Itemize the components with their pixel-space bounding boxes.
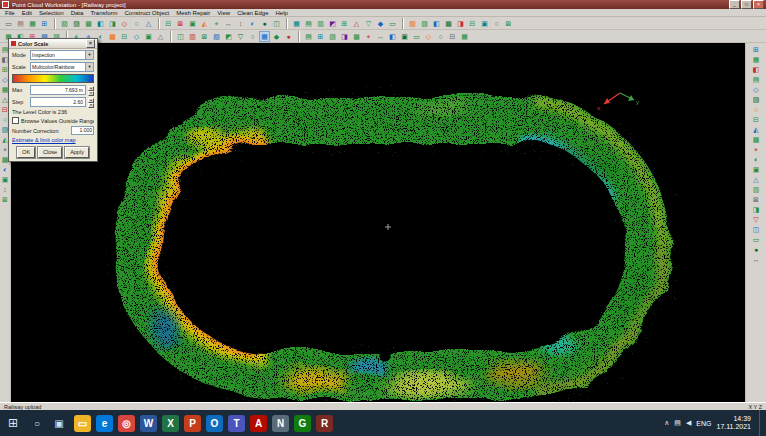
toolbar-icon[interactable]: ▦ (259, 31, 270, 42)
toolbar-icon[interactable]: △ (351, 18, 362, 29)
toolbar-icon[interactable]: ○ (435, 31, 446, 42)
taskbar-app-powerpoint[interactable]: P (184, 415, 201, 432)
max-stepper[interactable]: ▲▼ (88, 86, 94, 94)
right-toolbar-icon[interactable]: ▨ (752, 95, 761, 104)
chevron-down-icon[interactable]: ▼ (85, 63, 93, 71)
left-toolbar-icon[interactable]: ▣ (1, 175, 10, 184)
ok-button[interactable]: OK (17, 147, 35, 158)
apply-button[interactable]: Apply (65, 147, 89, 158)
volume-icon[interactable]: ◀ (686, 419, 691, 427)
search-button[interactable]: ○ (26, 410, 48, 436)
right-toolbar-icon[interactable]: ▭ (752, 235, 761, 244)
toolbar-icon[interactable]: ▥ (187, 31, 198, 42)
viewport-3d[interactable]: x y (11, 43, 745, 402)
toolbar-icon[interactable]: ⊞ (339, 18, 350, 29)
right-toolbar-icon[interactable]: ▤ (752, 75, 761, 84)
toolbar-icon[interactable]: ▣ (399, 31, 410, 42)
toolbar-icon[interactable]: ● (259, 18, 270, 29)
toolbar-icon[interactable]: ◭ (199, 18, 210, 29)
toolbar-icon[interactable]: ◐ (247, 18, 258, 29)
toolbar-icon[interactable]: ▨ (327, 31, 338, 42)
maximize-button[interactable]: □ (741, 0, 752, 9)
toolbar-icon[interactable]: ▧ (59, 18, 70, 29)
toolbar-icon[interactable]: ○ (131, 18, 142, 29)
minimize-button[interactable]: _ (729, 0, 740, 9)
toolbar-icon[interactable]: ▣ (143, 31, 154, 42)
chevron-down-icon[interactable]: ▼ (85, 51, 93, 59)
toolbar-icon[interactable]: ○ (247, 31, 258, 42)
dialog-title-bar[interactable]: Color Scale × (9, 39, 97, 49)
right-toolbar-icon[interactable]: ⊠ (752, 195, 761, 204)
right-toolbar-icon[interactable]: ○ (752, 105, 761, 114)
right-toolbar-icon[interactable]: ↔ (752, 255, 761, 264)
toolbar-icon[interactable]: ○ (491, 18, 502, 29)
toolbar-icon[interactable]: ◇ (131, 31, 142, 42)
show-desktop-button[interactable] (759, 410, 763, 436)
outside-range-checkbox[interactable] (12, 117, 19, 124)
right-toolbar-icon[interactable]: △ (752, 175, 761, 184)
clock[interactable]: 14:39 17.11.2021 (716, 415, 751, 431)
right-toolbar-icon[interactable]: ◭ (752, 125, 761, 134)
network-icon[interactable]: ▤ (674, 419, 681, 427)
taskbar-app-word[interactable]: W (140, 415, 157, 432)
toolbar-icon[interactable]: ◆ (271, 31, 282, 42)
toolbar-icon[interactable]: ◨ (339, 31, 350, 42)
taskbar-app-notes[interactable]: N (272, 415, 289, 432)
right-toolbar-icon[interactable]: ◐ (752, 155, 761, 164)
right-toolbar-icon[interactable]: ● (752, 245, 761, 254)
toolbar-icon[interactable]: ▩ (107, 31, 118, 42)
toolbar-icon[interactable]: ▤ (303, 31, 314, 42)
toolbar-icon[interactable]: ▧ (407, 18, 418, 29)
taskbar-app-teams[interactable]: T (228, 415, 245, 432)
menu-item-edit[interactable]: Edit (22, 10, 32, 16)
toolbar-icon[interactable]: ● (283, 31, 294, 42)
toolbar-icon[interactable]: ↕ (235, 18, 246, 29)
task-view-button[interactable]: ▣ (48, 410, 70, 436)
taskbar-app-app-green[interactable]: G (294, 415, 311, 432)
taskbar-app-acrobat[interactable]: A (250, 415, 267, 432)
toolbar-icon[interactable]: ◇ (423, 31, 434, 42)
right-toolbar-icon[interactable]: ◇ (752, 85, 761, 94)
step-stepper[interactable]: ▲▼ (88, 98, 94, 106)
left-toolbar-icon[interactable]: ◐ (1, 165, 10, 174)
taskbar-app-chrome[interactable]: ◎ (118, 415, 135, 432)
menu-item-data[interactable]: Data (71, 10, 84, 16)
toolbar-icon[interactable]: ⊠ (503, 18, 514, 29)
toolbar-icon[interactable]: ◫ (175, 31, 186, 42)
toolbar-icon[interactable]: ▧ (211, 31, 222, 42)
menu-item-clean-edge[interactable]: Clean Edge (237, 10, 268, 16)
menu-item-help[interactable]: Help (275, 10, 287, 16)
toolbar-icon[interactable]: ⊟ (119, 31, 130, 42)
right-toolbar-icon[interactable]: ▽ (752, 215, 761, 224)
toolbar-icon[interactable]: ◆ (375, 18, 386, 29)
toolbar-icon[interactable]: ▨ (71, 18, 82, 29)
menu-item-file[interactable]: File (5, 10, 15, 16)
menu-item-selection[interactable]: Selection (39, 10, 64, 16)
toolbar-icon[interactable]: ⊟ (467, 18, 478, 29)
toolbar-icon[interactable]: ◧ (387, 31, 398, 42)
estimate-link[interactable]: Estimate & limit color map (9, 136, 97, 144)
toolbar-icon[interactable]: ◫ (271, 18, 282, 29)
toolbar-icon[interactable]: ▣ (187, 18, 198, 29)
start-button[interactable]: ⊞ (0, 410, 26, 436)
toolbar-icon[interactable]: ▽ (235, 31, 246, 42)
menu-item-transform[interactable]: Transform (90, 10, 117, 16)
toolbar-icon[interactable]: ⌖ (363, 31, 374, 42)
max-input[interactable]: 7.693 m (30, 85, 86, 95)
toolbar-icon[interactable]: ▦ (459, 31, 470, 42)
toolbar-icon[interactable]: ◩ (327, 18, 338, 29)
toolbar-icon[interactable]: ▩ (83, 18, 94, 29)
toolbar-icon[interactable]: ◧ (95, 18, 106, 29)
close-button-dialog[interactable]: Close (38, 147, 62, 158)
close-button[interactable]: × (753, 0, 764, 9)
right-toolbar-icon[interactable]: ▣ (752, 165, 761, 174)
menu-item-construct-object[interactable]: Construct Object (125, 10, 170, 16)
toolbar-icon[interactable]: ▩ (351, 31, 362, 42)
language-indicator[interactable]: ENG (696, 420, 711, 427)
toolbar-icon[interactable]: ▭ (387, 18, 398, 29)
toolbar-icon[interactable]: ⊞ (315, 31, 326, 42)
toolbar-icon[interactable]: ◨ (107, 18, 118, 29)
toolbar-icon[interactable]: ⊠ (175, 18, 186, 29)
toolbar-icon[interactable]: △ (143, 18, 154, 29)
toolbar-icon[interactable]: ▽ (363, 18, 374, 29)
